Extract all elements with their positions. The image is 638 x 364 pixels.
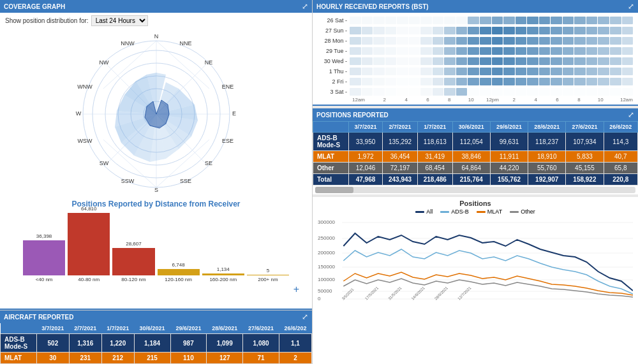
bar-label-3: 80-120 nm [121, 277, 145, 282]
bar-label-5: 160-200 nm [209, 277, 237, 282]
hc [574, 47, 586, 55]
hc [433, 27, 444, 34]
aircraft-section: AIRCRAFT REPORTED ⤢ 3/7/2021 2/7/2021 1/… [0, 310, 312, 364]
hc [468, 68, 479, 75]
hourly-row-3: 28 Mon - [318, 36, 633, 45]
hc [516, 37, 527, 45]
pos-col-label [313, 122, 349, 133]
hourly-expand-btn[interactable]: ⤢ [628, 2, 634, 11]
pos-mlat-v8: 40,7 [604, 151, 637, 163]
bar-group-4: 6,748 120-160 nm [158, 262, 200, 282]
bar-group-6: 5 200+ nm [247, 268, 289, 282]
hc [480, 57, 491, 65]
hourly-grid: 26 Sat - 27 Sun - 28 Mon - [313, 13, 638, 105]
aircraft-adsb-row: ADS-BMode-S 502 1,316 1,220 1,184 987 1,… [1, 334, 312, 353]
hc [409, 88, 420, 96]
hc [420, 68, 432, 75]
svg-text:SSE: SSE [179, 178, 191, 184]
svg-text:NNE: NNE [179, 40, 191, 47]
legend-dot-all [415, 211, 424, 213]
svg-text:E: E [232, 110, 235, 117]
coverage-expand-btn[interactable]: ⤢ [302, 2, 308, 11]
hc [610, 88, 621, 96]
pos-other-v1: 12,046 [348, 163, 382, 174]
hc [350, 68, 361, 75]
svg-text:14/6/2021: 14/6/2021 [411, 286, 426, 300]
aircraft-adsb-val-5: 987 [170, 334, 207, 353]
coverage-graph-title: COVERAGE GRAPH [4, 3, 65, 10]
hc [503, 78, 515, 85]
chart-legend: All ADS-B MLAT Other [318, 208, 633, 215]
bar-group-1: 36,398 <40 nm [23, 233, 65, 282]
coverage-graph-panel: COVERAGE GRAPH ⤢ Show position distribut… [0, 0, 312, 310]
hc [350, 88, 361, 96]
aircraft-adsb-val-2: 1,316 [69, 334, 101, 353]
hc [350, 47, 361, 55]
hc [350, 27, 361, 34]
pos-other-v3: 68,454 [417, 163, 452, 174]
hc [598, 27, 609, 34]
hc [397, 17, 408, 24]
hc [468, 17, 479, 24]
hc [622, 37, 634, 45]
svg-text:W: W [75, 110, 81, 117]
svg-text:100000: 100000 [318, 277, 335, 282]
aircraft-expand-btn[interactable]: ⤢ [302, 312, 308, 321]
hc [492, 57, 503, 65]
aircraft-col-4: 30/6/2021 [134, 323, 170, 334]
svg-text:300000: 300000 [318, 219, 335, 225]
hc [586, 47, 598, 55]
hc [574, 37, 586, 45]
axis-label-8b: 8 [568, 97, 590, 103]
pos-mlat-v4: 38,846 [452, 151, 490, 163]
hc [598, 57, 609, 65]
hc [397, 47, 408, 55]
pos-col-8: 26/6/202 [604, 122, 637, 133]
hc [492, 68, 503, 75]
hc [480, 47, 491, 55]
hc [373, 68, 385, 75]
aircraft-col-3: 1/7/2021 [101, 323, 134, 334]
pos-total-v1: 47,968 [348, 174, 382, 186]
aircraft-mlat-val-5: 110 [170, 353, 207, 364]
hc [373, 78, 385, 85]
svg-text:3/5/2021: 3/5/2021 [341, 288, 355, 300]
svg-text:150000: 150000 [318, 264, 335, 270]
pos-adsb-v1: 33,950 [348, 133, 382, 151]
bar-4 [158, 269, 200, 275]
hc [350, 78, 361, 85]
positions-chart-title: Positions [318, 200, 633, 207]
hc [551, 47, 562, 55]
right-panel: HOURLY RECEIVED REPORTS (BST) ⤢ 26 Sat -… [313, 0, 638, 364]
positions-expand-btn[interactable]: ⤢ [628, 110, 634, 119]
pos-other-v6: 55,760 [528, 163, 566, 174]
hourly-label-6: 1 Thu - [318, 68, 350, 75]
hc [444, 68, 456, 75]
scrollbar-thumb[interactable] [315, 187, 353, 193]
hc [598, 88, 609, 96]
hc [362, 27, 373, 34]
hc [539, 37, 551, 45]
position-distribution-select[interactable]: Last 24 Hours [91, 15, 148, 26]
hc [551, 57, 562, 65]
hc [598, 37, 609, 45]
legend-label-mlat: MLAT [487, 208, 502, 215]
hc [622, 47, 634, 55]
axis-label-12am1: 12am [352, 97, 374, 103]
axis-label-6b: 6 [547, 97, 568, 103]
aircraft-mlat-val-2: 231 [69, 353, 101, 364]
hc [468, 47, 479, 55]
pos-mlat-v6: 18,910 [528, 151, 566, 163]
hc [397, 27, 408, 34]
hc [444, 78, 456, 85]
coverage-plus-btn[interactable]: + [10, 282, 302, 296]
hc [516, 47, 527, 55]
hc [610, 78, 621, 85]
hc [586, 27, 598, 34]
hc [409, 47, 420, 55]
scrollbar-track[interactable] [315, 187, 635, 193]
aircraft-header-row: 3/7/2021 2/7/2021 1/7/2021 30/6/2021 29/… [1, 323, 312, 334]
hc [373, 57, 385, 65]
hc [385, 47, 397, 55]
bar-value-4: 6,748 [172, 262, 185, 268]
